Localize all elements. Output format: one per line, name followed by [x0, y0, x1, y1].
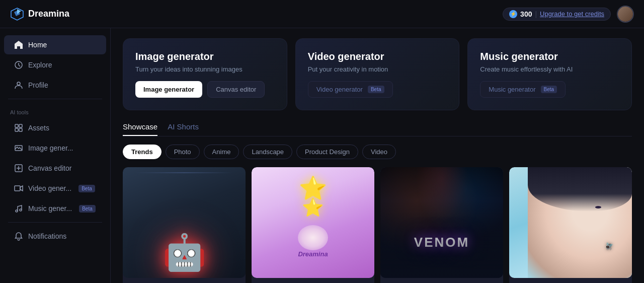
sidebar-item-home[interactable]: Home	[4, 35, 106, 54]
image-gen-buttons: Image generator Canvas editor	[135, 81, 275, 98]
sidebar-item-video-gen[interactable]: Video gener... Beta	[4, 179, 106, 198]
image-generator-button[interactable]: Image generator	[135, 81, 202, 98]
sidebar-item-assets[interactable]: Assets	[4, 118, 106, 137]
music-gen-label: Music gener...	[28, 204, 72, 213]
tab-showcase[interactable]: Showcase	[123, 122, 157, 136]
svg-rect-6	[19, 128, 22, 131]
music-gen-buttons: Music generator Beta	[480, 81, 619, 98]
filter-landscape[interactable]: Landscape	[243, 145, 292, 159]
video-card-beta-badge: Beta	[368, 86, 384, 93]
image-grid: 🤖 ⭐ ⭐ Dreamina	[123, 167, 632, 283]
svg-point-11	[20, 209, 22, 211]
upgrade-link[interactable]: Upgrade to get credits	[540, 10, 604, 18]
image-generator-card: Image generator Turn your ideas into stu…	[123, 38, 287, 110]
svg-rect-5	[15, 128, 18, 131]
assets-label: Assets	[28, 124, 49, 132]
showcase-image-2[interactable]: ⭐ ⭐ Dreamina	[252, 167, 374, 283]
filter-product-design[interactable]: Product Design	[296, 145, 358, 159]
svg-rect-3	[15, 124, 18, 127]
filter-anime[interactable]: Anime	[204, 145, 239, 159]
video-generator-card: Video generator Put your creativity in m…	[295, 38, 460, 110]
content-area: Image generator Turn your ideas into stu…	[111, 28, 644, 283]
ai-tools-label: AI tools	[0, 103, 110, 117]
filter-trends[interactable]: Trends	[123, 145, 162, 159]
sidebar-item-profile[interactable]: Profile	[4, 76, 106, 95]
explore-label: Explore	[28, 61, 52, 69]
video-gen-title: Video generator	[308, 51, 447, 62]
music-card-beta-badge: Beta	[541, 86, 557, 93]
filter-photo[interactable]: Photo	[166, 145, 200, 159]
image-gen-title: Image generator	[135, 51, 275, 62]
showcase-tabs: Showcase AI Shorts	[123, 122, 632, 136]
music-beta-badge: Beta	[79, 205, 96, 213]
image-gen-label: Image gener...	[28, 144, 73, 152]
assets-icon	[14, 123, 23, 132]
music-generator-button[interactable]: Music generator Beta	[480, 81, 566, 98]
compass-icon	[14, 60, 23, 69]
video-gen-label: Video gener...	[28, 184, 71, 192]
sidebar: Home Explore Profile AI tools	[0, 28, 111, 283]
video-gen-icon	[14, 184, 23, 193]
generator-cards: Image generator Turn your ideas into stu…	[123, 38, 632, 110]
filter-video[interactable]: Video	[362, 145, 396, 159]
home-icon	[14, 40, 23, 49]
showcase-image-4[interactable]: 🪰	[509, 167, 632, 283]
canvas-editor-button[interactable]: Canvas editor	[207, 81, 265, 98]
music-generator-card: Music generator Create music effortlessl…	[467, 38, 632, 110]
logo[interactable]: Dreamina	[10, 7, 69, 21]
user-avatar[interactable]	[617, 6, 634, 23]
canvas-label: Canvas editor	[28, 164, 71, 172]
logo-icon	[10, 7, 24, 21]
sidebar-item-music-gen[interactable]: Music gener... Beta	[4, 199, 106, 218]
showcase-image-1[interactable]: 🤖	[123, 167, 246, 283]
filter-chips: Trends Photo Anime Landscape Product Des…	[123, 145, 632, 159]
video-generator-button[interactable]: Video generator Beta	[308, 81, 393, 98]
canvas-icon	[14, 164, 23, 173]
logo-text: Dreamina	[28, 9, 69, 19]
tab-ai-shorts[interactable]: AI Shorts	[168, 122, 199, 136]
image-gen-icon	[14, 144, 23, 153]
sidebar-item-notifications[interactable]: Notifications	[4, 227, 106, 246]
sidebar-divider-2	[8, 222, 102, 223]
notifications-label: Notifications	[28, 232, 66, 240]
video-gen-buttons: Video generator Beta	[308, 81, 447, 98]
main-layout: Home Explore Profile AI tools	[0, 28, 644, 283]
sidebar-item-image-gen[interactable]: Image gener...	[4, 138, 106, 158]
header: Dreamina ⚡ 300 | Upgrade to get credits	[0, 0, 644, 28]
svg-point-10	[16, 210, 18, 212]
showcase-image-3[interactable]: VENOM	[380, 167, 503, 283]
music-gen-desc: Create music effortlessly with AI	[480, 65, 619, 73]
svg-rect-4	[19, 124, 22, 127]
credits-badge[interactable]: ⚡ 300 | Upgrade to get credits	[503, 8, 611, 21]
sidebar-item-canvas[interactable]: Canvas editor	[4, 159, 106, 178]
profile-label: Profile	[28, 81, 48, 89]
header-right: ⚡ 300 | Upgrade to get credits	[503, 6, 634, 23]
svg-point-2	[17, 82, 20, 85]
svg-rect-9	[15, 186, 20, 191]
user-icon	[14, 81, 23, 90]
bell-icon	[14, 232, 23, 241]
credits-icon: ⚡	[509, 10, 517, 18]
music-gen-title: Music generator	[480, 51, 619, 62]
video-gen-desc: Put your creativity in motion	[308, 65, 447, 73]
separator: |	[535, 10, 537, 18]
credits-amount: 300	[520, 10, 532, 18]
home-label: Home	[28, 41, 47, 49]
image-gen-desc: Turn your ideas into stunning images	[135, 65, 275, 73]
sidebar-divider-1	[8, 99, 102, 99]
music-gen-icon	[14, 204, 23, 213]
sidebar-item-explore[interactable]: Explore	[4, 55, 106, 75]
video-beta-badge: Beta	[78, 185, 95, 192]
